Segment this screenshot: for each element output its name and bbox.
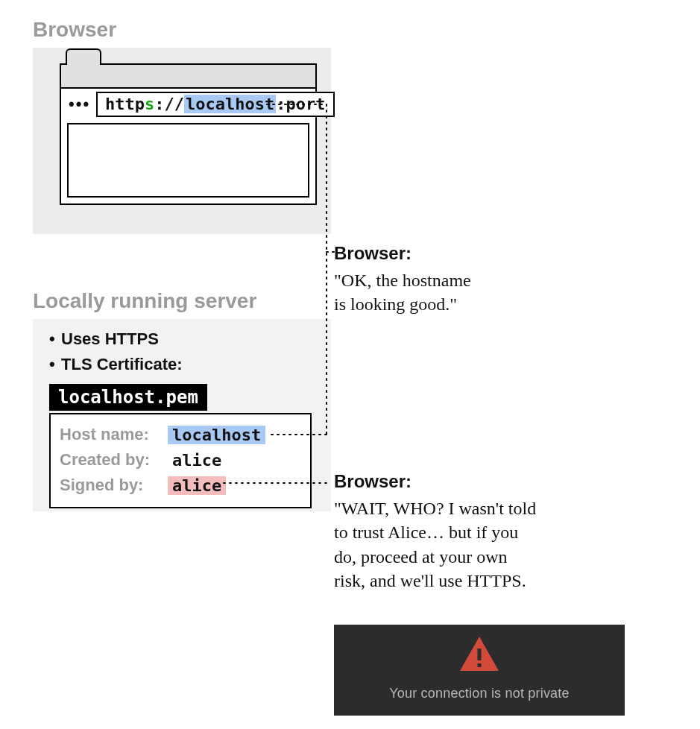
svg-rect-2 [478, 663, 482, 667]
browser-window: ••• https://localhost:port [60, 63, 317, 205]
scheme-s: s [145, 95, 154, 113]
diagram-stage: Browser Locally running server ••• https… [0, 0, 700, 729]
address-bar[interactable]: https://localhost:port [96, 92, 334, 117]
browser-warning-panel: Your connection is not private [334, 625, 625, 716]
cert-value-hostname: localhost [168, 426, 265, 444]
scheme-http: http [105, 95, 145, 113]
address-row: ••• https://localhost:port [67, 92, 309, 117]
certificate-table: Host name: localhost Created by: alice S… [49, 413, 312, 508]
annotation2-text: "WAIT, WHO? I wasn't told to trust Alice… [334, 496, 647, 593]
browser-content-area [67, 123, 309, 198]
svg-rect-1 [478, 648, 482, 660]
port-sep: : [276, 95, 286, 113]
cert-value-signedby: alice [168, 476, 226, 495]
ellipsis-icon: ••• [67, 95, 90, 114]
scheme-sep: :// [154, 95, 184, 113]
browser-section-title: Browser [33, 18, 116, 42]
address-port: port [286, 95, 326, 113]
cert-value-createdby: alice [168, 451, 226, 470]
annotation1-text: "OK, the hostname is looking good." [334, 268, 573, 317]
cert-row-createdby: Created by: alice [60, 447, 301, 473]
cert-row-signedby: Signed by: alice [60, 473, 301, 498]
warning-message: Your connection is not private [334, 686, 625, 701]
cert-label-signedby: Signed by: [60, 476, 168, 495]
bullet-tls-cert: •TLS Certificate: [49, 352, 183, 377]
cert-label-createdby: Created by: [60, 450, 168, 470]
annotation1-title: Browser: [334, 243, 412, 264]
server-section-title: Locally running server [33, 289, 256, 313]
warning-triangle-icon [458, 635, 500, 672]
browser-tab [66, 48, 101, 66]
annotation2-title: Browser: [334, 471, 412, 492]
address-host: localhost [184, 95, 276, 113]
bullet-uses-https: •Uses HTTPS [49, 326, 183, 352]
certificate-filename: localhost.pem [49, 384, 207, 411]
browser-tab-strip [61, 65, 315, 89]
server-bullets: •Uses HTTPS •TLS Certificate: [49, 326, 183, 377]
cert-label-hostname: Host name: [60, 425, 168, 444]
cert-row-hostname: Host name: localhost [60, 422, 301, 447]
